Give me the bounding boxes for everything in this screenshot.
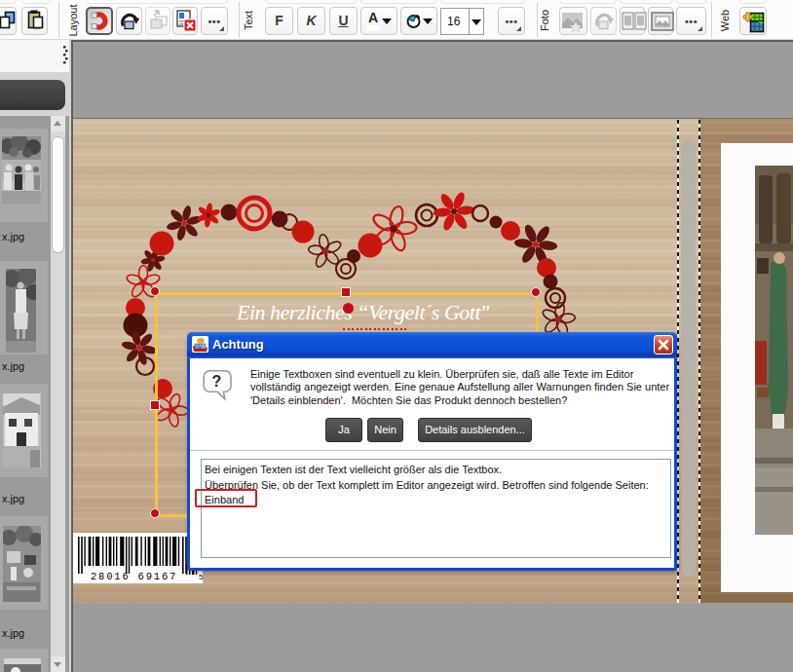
svg-text:?: ? xyxy=(212,373,222,390)
